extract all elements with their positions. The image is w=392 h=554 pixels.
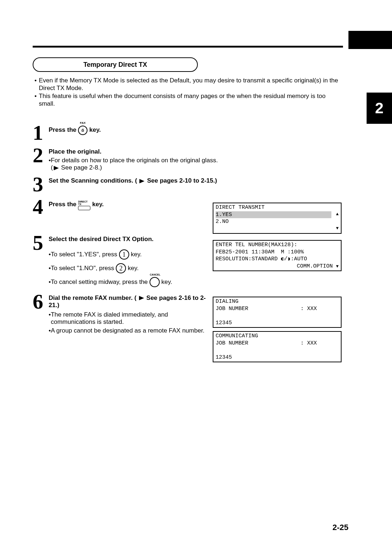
lcd-dialing: DIALING JOB NUMBER: XXX 12345 xyxy=(213,297,342,328)
lcd-enter-tel: ENTER TEL NUMBER(MAX128): FEB25-2001 11:… xyxy=(213,240,342,271)
step-number: 4 xyxy=(33,197,49,216)
direct-tx-key-icon: DIRECT TX xyxy=(78,200,90,210)
header-rule xyxy=(33,46,343,48)
step3-post: See pages 2-10 to 2-15.) xyxy=(147,177,217,184)
section-title: Temporary Direct TX xyxy=(33,57,198,72)
step3-pre: Set the Scanning conditions. ( xyxy=(49,177,137,184)
direct-label: DIRECT xyxy=(78,200,90,203)
step6-sub1: The remote FAX is dialed immediately, an… xyxy=(51,311,208,326)
step-3: 3 Set the Scanning conditions. ( See pag… xyxy=(33,175,341,194)
step-number: 6 xyxy=(33,292,49,334)
lcd-line: JOB NUMBER xyxy=(216,305,248,313)
chapter-tab: 2 xyxy=(367,93,392,124)
intro-bullet-2: This feature is useful when the document… xyxy=(39,92,343,108)
lcd-line: COMM.OPTION xyxy=(297,263,333,269)
lcd-line: 12345 xyxy=(216,319,339,327)
step6-sub2: A group cannot be designated as a remote… xyxy=(51,327,204,334)
step5-line2-post: key. xyxy=(128,265,139,272)
step5-line1-pre: To select "1.YES", press xyxy=(51,251,117,258)
lcd-line: 12345 xyxy=(216,354,339,361)
bullet-icon: • xyxy=(34,92,37,108)
step5-line3-post: key. xyxy=(162,278,172,286)
tx-label: TX xyxy=(78,203,90,205)
step1-pre: Press the xyxy=(49,126,77,133)
step-1: 1 Press the FAX ⎙ key. xyxy=(33,123,341,142)
lcd-line: : XXX xyxy=(301,305,339,313)
step4-pre: Press the xyxy=(49,201,77,208)
xref-arrow-icon xyxy=(54,166,59,170)
lcd-communicating: COMMUNICATING JOB NUMBER: XXX 12345 xyxy=(213,331,342,362)
step-2: 2 Place the original. • For details on h… xyxy=(33,146,341,171)
lcd-line: RESOLUTION:STANDARD ◐/◗:AUTO xyxy=(216,256,339,263)
intro-block: • Even if the Memory TX Mode is selected… xyxy=(34,77,343,107)
step5-line2-pre: To select "1.NO", press xyxy=(51,265,114,272)
xref-arrow-icon xyxy=(139,296,144,300)
step6-pre: Dial the remote FAX number. ( xyxy=(49,294,136,301)
step2-title: Place the original. xyxy=(49,148,102,155)
step5-line1-post: key. xyxy=(131,251,142,258)
intro-bullet-1: Even if the Memory TX Mode is selected a… xyxy=(39,77,343,92)
down-caret-icon: ▼ xyxy=(336,226,339,232)
step2-sub-pre: For details on how to place the original… xyxy=(51,157,218,164)
lcd-line: JOB NUMBER xyxy=(216,340,248,347)
lcd-line: ENTER TEL NUMBER(MAX128): xyxy=(216,241,339,249)
step-number: 2 xyxy=(33,146,49,171)
step2-sub-xref: See page 2-8.) xyxy=(61,164,102,171)
step5-line3-pre: To cancel setting midway, press the xyxy=(51,278,148,286)
down-caret-icon: ▼ xyxy=(336,264,339,269)
lcd-line: DIALING xyxy=(216,298,339,305)
lcd-line: FEB25-2001 11:30AM M :100% xyxy=(216,249,339,256)
lcd-line: COMMUNICATING xyxy=(216,333,339,340)
lcd-direct-transmit: DIRECT TRANSMIT 1.YES▲ 2.NO ▼ xyxy=(213,203,342,234)
page-number: 2-25 xyxy=(332,523,348,532)
lcd-line: 2.NO xyxy=(216,218,339,225)
step-number: 1 xyxy=(33,123,49,142)
step-number: 3 xyxy=(33,175,49,194)
step-body: Set the Scanning conditions. ( See pages… xyxy=(49,175,341,194)
step-body: Place the original. • For details on how… xyxy=(49,146,341,171)
cancel-label: CANCEL xyxy=(150,273,160,276)
up-caret-icon: ▲ xyxy=(336,212,339,217)
step5-title: Select the desired Direct TX Option. xyxy=(49,236,154,243)
lcd-line: : XXX xyxy=(301,340,339,347)
lcd-line: DIRECT TRANSMIT xyxy=(216,204,339,211)
xref-arrow-icon xyxy=(139,179,144,183)
numeric-key-2-icon: 2 xyxy=(116,263,126,273)
step1-post: key. xyxy=(89,126,101,133)
bullet-icon: • xyxy=(34,77,37,92)
fax-label: FAX xyxy=(80,121,86,125)
numeric-key-1-icon: 1 xyxy=(119,249,129,260)
step-body: Press the FAX ⎙ key. xyxy=(49,123,341,142)
lcd-line-highlight: 1.YES xyxy=(216,211,331,219)
document-page: 2 Temporary Direct TX • Even if the Memo… xyxy=(0,0,392,554)
step-body: Dial the remote FAX number. ( See pages … xyxy=(49,292,208,334)
step4-post: key. xyxy=(92,201,104,208)
fax-key-icon: ⎙ xyxy=(78,126,87,135)
step-body: Select the desired Direct TX Option. • T… xyxy=(49,233,208,287)
cancel-key-icon xyxy=(150,277,160,287)
step-number: 5 xyxy=(33,233,49,287)
